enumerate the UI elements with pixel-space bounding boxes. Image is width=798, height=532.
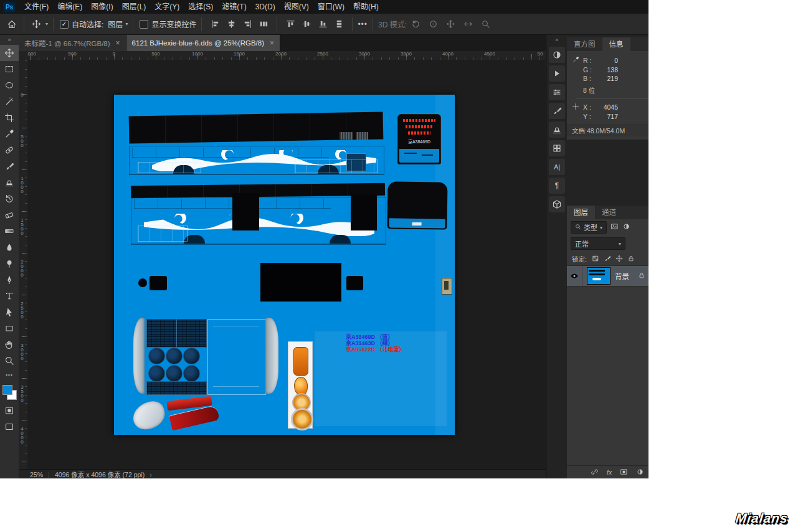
lock-transparency-icon[interactable] xyxy=(592,255,599,262)
elliptical-marquee-tool[interactable] xyxy=(0,77,19,93)
document-tab-dds-file[interactable]: 6121 BJHexie-blue-6.dds @ 25%(RGB/8) × xyxy=(126,35,280,51)
menu-item-filter[interactable]: 滤镜(T) xyxy=(217,0,250,14)
menu-item-window[interactable]: 窗口(W) xyxy=(313,0,349,14)
lock-all-icon[interactable] xyxy=(627,255,635,262)
align-bottom-icon[interactable] xyxy=(316,17,330,31)
home-icon[interactable] xyxy=(5,17,19,31)
document-tab-untitled[interactable]: 未标题-1 @ 66.7%(RGB/8) × xyxy=(19,35,126,51)
pen-tool[interactable] xyxy=(0,272,19,288)
history-brush-tool[interactable] xyxy=(0,191,19,207)
tab-histogram[interactable]: 直方图 xyxy=(567,37,602,51)
foreground-color-swatch[interactable] xyxy=(2,385,12,395)
panel-icon-clone-source[interactable] xyxy=(549,121,565,138)
menu-item-view[interactable]: 视图(V) xyxy=(280,0,313,14)
bus-texture-canvas[interactable]: 京A38469D xyxy=(114,95,455,435)
panel-icon-actions[interactable] xyxy=(549,65,565,82)
add-mask-icon[interactable] xyxy=(620,468,628,477)
layer-filter-dropdown[interactable]: 类型 ▾ xyxy=(571,221,607,234)
3d-orbit-icon[interactable] xyxy=(409,17,422,31)
tab-info[interactable]: 信息 xyxy=(602,37,630,51)
dock-collapse-icon[interactable]: « xyxy=(547,35,567,44)
healing-brush-tool[interactable] xyxy=(0,142,19,158)
3d-pan-icon[interactable] xyxy=(444,17,457,31)
eyedropper-tool[interactable] xyxy=(0,126,19,142)
more-options-button[interactable]: ••• xyxy=(358,20,368,29)
menu-item-type[interactable]: 文字(Y) xyxy=(150,0,184,14)
layer-name[interactable]: 背景 xyxy=(615,271,629,281)
menu-item-layer[interactable]: 图层(L) xyxy=(118,0,151,14)
panel-icon-paragraph[interactable]: ¶ xyxy=(549,178,565,194)
windshield-glass xyxy=(260,263,341,302)
quick-mask-button[interactable] xyxy=(0,402,19,419)
panel-icon-properties[interactable] xyxy=(549,84,565,100)
align-center-horizontal-icon[interactable] xyxy=(224,17,238,31)
horizontal-ruler[interactable]: 1000 500 0 500 1000 1500 2000 2500 3000 … xyxy=(27,51,546,60)
blur-tool[interactable] xyxy=(0,239,19,255)
zoom-tool[interactable] xyxy=(0,353,19,369)
auto-select-checkbox[interactable]: ✓ xyxy=(60,20,69,29)
link-layers-icon[interactable] xyxy=(591,468,599,477)
align-right-icon[interactable] xyxy=(240,17,254,31)
menu-item-file[interactable]: 文件(F) xyxy=(20,0,53,14)
layer-row-background[interactable]: 背景 xyxy=(567,265,648,287)
close-icon[interactable]: × xyxy=(270,39,274,47)
auto-select-target-dropdown[interactable]: 图层 xyxy=(108,19,123,29)
menu-item-edit[interactable]: 编辑(E) xyxy=(53,0,87,14)
crop-tool[interactable] xyxy=(0,110,19,126)
brush-tool[interactable] xyxy=(0,158,19,174)
edit-toolbar-button[interactable]: ••• xyxy=(0,369,19,380)
3d-zoom-icon[interactable] xyxy=(478,17,492,31)
move-tool[interactable] xyxy=(0,45,19,61)
screen-mode-button[interactable] xyxy=(0,419,19,435)
lock-pixels-icon[interactable] xyxy=(604,255,611,262)
align-top-icon[interactable] xyxy=(283,17,297,31)
blend-mode-dropdown[interactable]: 正常 ▾ xyxy=(571,237,625,250)
move-tool-preset-icon[interactable] xyxy=(29,17,43,31)
gradient-tool[interactable] xyxy=(0,223,19,239)
type-tool[interactable] xyxy=(0,288,19,304)
menu-item-3d[interactable]: 3D(D) xyxy=(251,0,280,14)
tab-channels[interactable]: 通道 xyxy=(595,206,623,219)
chevron-down-icon[interactable]: ▾ xyxy=(45,21,48,27)
eraser-tool[interactable] xyxy=(0,207,19,223)
distribute-horizontal-icon[interactable] xyxy=(257,17,270,31)
dodge-tool[interactable] xyxy=(0,255,19,272)
rectangular-marquee-tool[interactable] xyxy=(0,61,19,77)
vertical-ruler[interactable]: 0 500 1000 1500 2000 2500 3000 3500 4000 xyxy=(19,60,28,469)
background-lock-icon[interactable] xyxy=(638,270,645,282)
align-center-vertical-icon[interactable] xyxy=(300,17,313,31)
filter-image-icon[interactable] xyxy=(610,222,619,233)
clone-stamp-tool[interactable] xyxy=(0,174,19,191)
panel-icon-adjustments[interactable] xyxy=(549,47,565,63)
status-options-caret-icon[interactable]: › xyxy=(150,471,152,478)
close-icon[interactable]: × xyxy=(116,39,120,47)
layer-thumbnail[interactable] xyxy=(587,267,610,285)
hand-tool[interactable] xyxy=(0,336,19,353)
layer-styles-button[interactable]: fx xyxy=(607,468,612,476)
layer-visibility-toggle[interactable] xyxy=(567,266,582,286)
panel-icon-brush-settings[interactable] xyxy=(549,103,565,119)
path-selection-tool[interactable] xyxy=(0,304,19,320)
menu-item-help[interactable]: 帮助(H) xyxy=(349,0,383,14)
menu-item-select[interactable]: 选择(S) xyxy=(184,0,217,14)
3d-roll-icon[interactable] xyxy=(426,17,440,31)
toolbar-expand-icon[interactable]: » xyxy=(0,35,19,45)
zoom-level-field[interactable]: 25% xyxy=(30,471,43,478)
panel-icon-layer-comps[interactable] xyxy=(549,140,565,156)
distribute-vertical-icon[interactable] xyxy=(332,17,346,31)
menu-item-image[interactable]: 图像(I) xyxy=(87,0,117,14)
chevron-down-icon[interactable]: ▾ xyxy=(125,21,128,27)
align-left-icon[interactable] xyxy=(208,17,222,31)
tab-layers[interactable]: 图层 xyxy=(567,206,595,219)
magic-wand-tool[interactable] xyxy=(0,93,19,110)
filter-adjustment-icon[interactable] xyxy=(622,222,630,233)
lock-position-icon[interactable] xyxy=(615,255,623,262)
document-viewport[interactable]: 京A38469D xyxy=(27,60,546,469)
panel-icon-character[interactable]: A| xyxy=(549,159,565,175)
3d-slide-icon[interactable] xyxy=(461,17,475,31)
show-transform-checkbox[interactable] xyxy=(140,20,148,29)
new-adjustment-layer-icon[interactable] xyxy=(636,468,644,477)
rectangle-shape-tool[interactable] xyxy=(0,320,19,336)
ruler-origin-corner[interactable] xyxy=(19,51,28,60)
panel-icon-3d[interactable] xyxy=(549,196,565,212)
